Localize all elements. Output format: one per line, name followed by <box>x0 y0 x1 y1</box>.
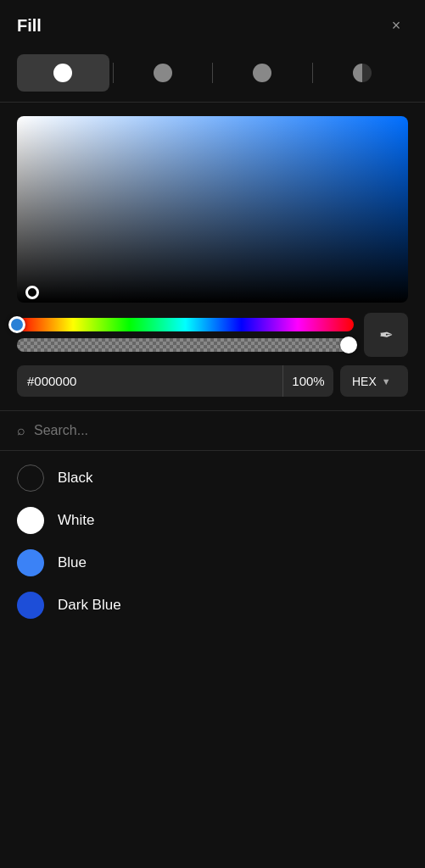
fill-panel: Fill × <box>0 0 425 632</box>
swatch-color-dark-blue <box>17 592 44 619</box>
color-picker-handle[interactable] <box>25 286 39 299</box>
opacity-input[interactable] <box>282 365 333 397</box>
swatch-item-dark-blue[interactable]: Dark Blue <box>17 592 408 619</box>
hex-input-container <box>17 365 333 397</box>
angular-gradient-icon <box>353 64 372 82</box>
fill-type-linear-button[interactable] <box>117 54 210 92</box>
swatch-item-white[interactable]: White <box>17 507 408 534</box>
alpha-slider-thumb[interactable] <box>340 337 357 353</box>
divider-1 <box>113 63 114 83</box>
alpha-slider[interactable] <box>17 338 354 352</box>
swatch-color-white <box>17 507 44 534</box>
sliders-column <box>17 318 354 352</box>
search-area: ⌕ <box>0 411 425 450</box>
chevron-down-icon: ▼ <box>382 376 391 387</box>
divider-2 <box>212 63 213 83</box>
sliders-area: ✒ <box>0 303 425 357</box>
swatch-label-black: Black <box>58 470 93 487</box>
color-gradient-picker[interactable] <box>17 116 408 303</box>
fill-type-angular-button[interactable] <box>316 54 409 92</box>
divider-3 <box>312 63 313 83</box>
swatches-list: Black White Blue Dark Blue <box>0 451 425 632</box>
fill-type-bar <box>0 47 425 102</box>
panel-header: Fill × <box>0 0 425 47</box>
format-select[interactable]: HEX ▼ <box>340 365 408 397</box>
panel-title: Fill <box>17 16 42 36</box>
hue-slider-thumb[interactable] <box>8 316 25 333</box>
eyedropper-button[interactable]: ✒ <box>364 313 408 357</box>
eyedropper-icon: ✒ <box>379 325 394 345</box>
swatch-item-black[interactable]: Black <box>17 465 408 492</box>
linear-gradient-icon <box>154 64 172 82</box>
fill-type-solid-button[interactable] <box>17 54 109 92</box>
swatch-label-dark-blue: Dark Blue <box>58 597 121 614</box>
solid-icon <box>53 64 72 82</box>
swatch-label-white: White <box>58 512 94 529</box>
search-icon: ⌕ <box>17 423 25 438</box>
swatch-color-blue <box>17 549 44 576</box>
radial-gradient-icon <box>253 64 271 82</box>
format-label: HEX <box>352 375 377 388</box>
search-input[interactable] <box>34 423 408 438</box>
separator-1 <box>0 102 425 103</box>
close-button[interactable]: × <box>384 14 408 37</box>
hex-input[interactable] <box>17 365 282 397</box>
hue-slider[interactable] <box>17 318 354 331</box>
swatch-color-black <box>17 465 44 492</box>
hex-row: HEX ▼ <box>0 357 425 397</box>
swatch-item-blue[interactable]: Blue <box>17 549 408 576</box>
swatch-label-blue: Blue <box>58 554 87 571</box>
fill-type-radial-button[interactable] <box>216 54 309 92</box>
